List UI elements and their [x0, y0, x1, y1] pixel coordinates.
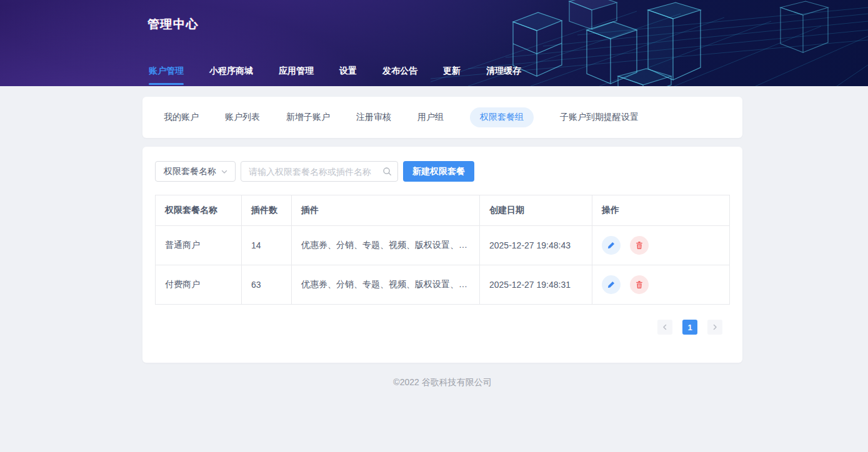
- page-title: 管理中心: [147, 16, 199, 32]
- cube-small-top: [569, 0, 617, 29]
- cell-actions: [592, 265, 730, 305]
- cell-actions: [592, 226, 730, 265]
- create-permission-package-button[interactable]: 新建权限套餐: [403, 161, 474, 182]
- pagination-page-1[interactable]: 1: [682, 320, 697, 335]
- cell-plugin-count: 14: [242, 226, 292, 265]
- pagination-prev-button[interactable]: [657, 320, 672, 335]
- table-header-row: 权限套餐名称 插件数 插件 创建日期 操作: [156, 195, 730, 226]
- chevron-right-icon: [712, 324, 718, 330]
- delete-button[interactable]: [630, 236, 649, 255]
- search-input[interactable]: [241, 161, 398, 182]
- permission-package-panel: 权限套餐名称 新建权限套餐 权限套餐名称 插件数 插件: [142, 147, 742, 363]
- table-row: 付费商户 63 优惠券、分销、专题、视频、版权设置、… 2025-12-27 1…: [156, 265, 730, 305]
- edit-icon: [607, 280, 616, 289]
- column-header-plugin-count: 插件数: [242, 195, 292, 226]
- subnav-item-registration-review[interactable]: 注册审核: [356, 112, 391, 123]
- copyright-text: ©2022 谷歌科技有限公司: [142, 377, 742, 388]
- nav-item-settings[interactable]: 设置: [339, 66, 357, 85]
- cube-tall-right: [648, 2, 701, 80]
- cell-created-date: 2025-12-27 19:48:43: [480, 226, 592, 265]
- subnav-item-account-list[interactable]: 账户列表: [225, 112, 260, 123]
- nav-item-account-management[interactable]: 账户管理: [149, 66, 184, 85]
- column-header-created-date: 创建日期: [480, 195, 592, 226]
- trash-icon: [635, 241, 644, 250]
- table-row: 普通商户 14 优惠券、分销、专题、视频、版权设置、… 2025-12-27 1…: [156, 226, 730, 265]
- search-field-select[interactable]: 权限套餐名称: [155, 161, 236, 182]
- edit-button[interactable]: [602, 275, 621, 294]
- column-header-plugins: 插件: [292, 195, 480, 226]
- cell-created-date: 2025-12-27 19:48:31: [480, 265, 592, 305]
- chevron-left-icon: [662, 324, 668, 330]
- nav-item-clear-cache[interactable]: 清理缓存: [486, 66, 521, 85]
- nav-item-app-management[interactable]: 应用管理: [279, 66, 314, 85]
- pagination: 1: [155, 320, 722, 335]
- cube-far-right: [781, 1, 828, 52]
- column-header-actions: 操作: [592, 195, 730, 226]
- search-field-select-value: 权限套餐名称: [164, 166, 216, 177]
- cell-package-name: 普通商户: [156, 226, 242, 265]
- cell-plugins: 优惠券、分销、专题、视频、版权设置、…: [292, 265, 480, 305]
- nav-item-update[interactable]: 更新: [443, 66, 461, 85]
- primary-nav: 账户管理 小程序商城 应用管理 设置 发布公告 更新 清理缓存: [149, 66, 521, 85]
- edit-button[interactable]: [602, 236, 621, 255]
- subnav-item-user-group[interactable]: 用户组: [417, 112, 444, 123]
- subnav-item-permission-package-group[interactable]: 权限套餐组: [470, 107, 534, 127]
- pagination-next-button[interactable]: [707, 320, 722, 335]
- secondary-nav: 我的账户 账户列表 新增子账户 注册审核 用户组 权限套餐组 子账户到期提醒设置: [142, 97, 742, 138]
- subnav-item-my-account[interactable]: 我的账户: [164, 112, 199, 123]
- trash-icon: [635, 280, 644, 289]
- subnav-item-add-subaccount[interactable]: 新增子账户: [286, 112, 330, 123]
- edit-icon: [607, 241, 616, 250]
- search-icon[interactable]: [382, 167, 392, 176]
- cell-plugin-count: 63: [242, 265, 292, 305]
- nav-item-miniprogram-mall[interactable]: 小程序商城: [209, 66, 253, 85]
- subnav-item-subaccount-expiry-reminder[interactable]: 子账户到期提醒设置: [560, 112, 639, 123]
- search-box: [241, 161, 398, 182]
- permission-package-table: 权限套餐名称 插件数 插件 创建日期 操作 普通商户 14 优惠券、分销、专题、…: [155, 195, 730, 305]
- filter-toolbar: 权限套餐名称 新建权限套餐: [155, 161, 730, 182]
- cell-package-name: 付费商户: [156, 265, 242, 305]
- nav-item-announcement[interactable]: 发布公告: [382, 66, 417, 85]
- header-banner: 管理中心 账户管理 小程序商城 应用管理 设置 发布公告 更新 清理缓存: [0, 0, 868, 86]
- cube-low-front: [618, 69, 671, 86]
- column-header-package-name: 权限套餐名称: [156, 195, 242, 226]
- cube-mid: [587, 22, 637, 84]
- chevron-down-icon: [221, 168, 228, 175]
- delete-button[interactable]: [630, 275, 649, 294]
- cell-plugins: 优惠券、分销、专题、视频、版权设置、…: [292, 226, 480, 265]
